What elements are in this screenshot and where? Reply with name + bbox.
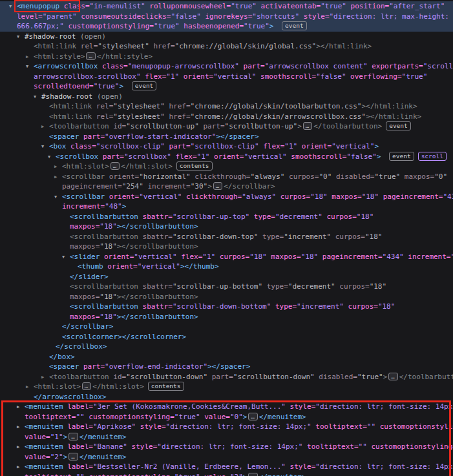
- expand-inline-ellipsis-badge[interactable]: …: [86, 52, 95, 60]
- markup-line[interactable]: ▼#shadow-root (open): [0, 92, 453, 102]
- expand-arrow-icon[interactable]: ▶: [41, 122, 49, 132]
- event-badge[interactable]: event: [386, 121, 411, 130]
- expand-arrow-icon[interactable]: ▶: [41, 373, 49, 383]
- markup-line[interactable]: </box>: [0, 352, 453, 362]
- attribute-value: "true": [174, 413, 200, 421]
- collapse-arrow-icon[interactable]: ▼: [54, 192, 62, 203]
- contents-badge[interactable]: contents: [148, 382, 184, 391]
- attribute-name: maxpos=: [70, 293, 100, 301]
- expand-inline-ellipsis-badge[interactable]: …: [248, 413, 257, 420]
- markup-line[interactable]: <scrollbarbutton sbattr="scrollbar-up-bo…: [0, 282, 453, 292]
- contents-badge[interactable]: contents: [176, 161, 213, 171]
- expand-arrow-icon[interactable]: ▶: [26, 382, 34, 393]
- collapse-arrow-icon[interactable]: ▼: [17, 32, 25, 43]
- markup-line[interactable]: ▼<arrowscrollbox class="menupopup-arrows…: [0, 61, 453, 72]
- expand-inline-ellipsis-badge[interactable]: …: [388, 373, 397, 380]
- attribute-name: value=: [200, 473, 230, 476]
- collapse-arrow-icon[interactable]: ▼: [62, 253, 70, 263]
- markup-line[interactable]: ▶<menuitem label="Banane" style="directi…: [0, 442, 453, 452]
- markup-line[interactable]: value="2">…</menuitem>: [0, 452, 453, 462]
- event-badge[interactable]: event: [132, 81, 157, 90]
- markup-line[interactable]: tooltiptext="" customoptionstyling="true…: [0, 412, 453, 422]
- event-badge[interactable]: event: [389, 152, 414, 161]
- markup-line[interactable]: <scrollbarbutton sbattr="scrollbar-down-…: [0, 302, 453, 312]
- markup-line[interactable]: increment="48">: [0, 202, 453, 212]
- expand-inline-ellipsis-badge[interactable]: …: [111, 162, 120, 170]
- markup-line[interactable]: <spacer part="overflow-start-indicator">…: [0, 132, 453, 142]
- markup-line[interactable]: ▼<scrollbox part="scrollbox" flex="1" or…: [0, 152, 453, 162]
- markup-line[interactable]: ▶<menuitem label="Bestseller-Nr2 (Vanill…: [0, 462, 453, 472]
- markup-line[interactable]: arrowscrollbox-scrollbox" flex="1" orien…: [0, 72, 453, 82]
- tag-text: <menupopup: [17, 2, 59, 10]
- markup-line[interactable]: <html:link rel="stylesheet" href="chrome…: [0, 101, 453, 112]
- expand-inline-ellipsis-badge[interactable]: …: [68, 433, 78, 440]
- markup-line[interactable]: </scrollbar>: [0, 322, 453, 332]
- markup-line[interactable]: ▶<menuitem label="3er Set (Kokosmakrone,…: [0, 402, 453, 412]
- expand-inline-ellipsis-badge[interactable]: …: [213, 182, 222, 190]
- markup-line[interactable]: ▼<box class="scrollbox-clip" part="scrol…: [0, 141, 453, 152]
- markup-line[interactable]: ▶<toolbarbutton id="scrollbutton-up" par…: [0, 121, 453, 132]
- markup-line[interactable]: maxpos="18"></scrollbarbutton>: [0, 242, 453, 252]
- markup-line[interactable]: ▶<html:slot>…</html:slot>contents: [0, 161, 453, 172]
- markup-line[interactable]: level="parent" consumeoutsideclicks="fal…: [0, 12, 453, 22]
- expand-inline-ellipsis-badge[interactable]: …: [303, 122, 312, 130]
- markup-line[interactable]: ▼#shadow-root (open): [0, 32, 453, 42]
- attribute-name: orient=: [100, 253, 134, 261]
- markup-line[interactable]: ▶<html:slot>…</html:slot>contents: [0, 382, 453, 392]
- markup-line[interactable]: <thumb orient="vertical"></thumb>: [0, 262, 453, 272]
- scroll-badge[interactable]: scroll: [418, 152, 447, 161]
- expand-inline-ellipsis-badge[interactable]: …: [248, 473, 257, 476]
- attribute-value: "true": [174, 473, 200, 476]
- expand-arrow-icon[interactable]: ▶: [17, 422, 25, 433]
- markup-line[interactable]: <scrollbarbutton sbattr="scrollbar-down-…: [0, 232, 453, 242]
- markup-line[interactable]: <scrollcorner></scrollcorner>: [0, 332, 453, 342]
- event-badge[interactable]: event: [282, 21, 307, 30]
- attribute-name: tooltiptext=: [302, 442, 358, 451]
- attribute-value: "direction: ltr; font-size: 14px;": [166, 422, 311, 431]
- markup-line[interactable]: maxpos="18"></scrollbarbutton>: [0, 312, 453, 322]
- markup-line[interactable]: <html:link rel="stylesheet" href="chrome…: [0, 41, 453, 52]
- markup-line[interactable]: scrolledtoend="true"> event: [0, 81, 453, 92]
- markup-line[interactable]: ▶<html:style>…</html:style>: [0, 52, 453, 62]
- collapse-arrow-icon[interactable]: ▼: [9, 2, 17, 12]
- collapse-arrow-icon[interactable]: ▼: [41, 142, 49, 152]
- markup-line[interactable]: ▶<menuitem label="Aprikose" style="direc…: [0, 422, 453, 432]
- expand-arrow-icon[interactable]: ▶: [26, 52, 34, 63]
- markup-line[interactable]: value="1">…</menuitem>: [0, 432, 453, 442]
- expand-inline-ellipsis-badge[interactable]: …: [82, 382, 91, 390]
- markup-line[interactable]: 666.667px;" customoptionstyling="true" h…: [0, 21, 453, 32]
- attribute-name: flex=: [171, 152, 197, 161]
- markup-line[interactable]: <html:link rel="stylesheet" href="chrome…: [0, 112, 453, 122]
- attribute-value: "1": [284, 142, 297, 150]
- markup-line[interactable]: ▼<scrollbar orient="vertical" clickthrou…: [0, 192, 453, 202]
- attribute-name: style=: [136, 422, 165, 431]
- markup-line[interactable]: <scrollbarbutton sbattr="scrollbar-up-to…: [0, 212, 453, 222]
- markup-line[interactable]: maxpos="18"></scrollbarbutton>: [0, 292, 453, 302]
- expand-arrow-icon[interactable]: ▶: [17, 442, 25, 453]
- attribute-value: "chrome://global/skin/arrowscrollbox.css…: [191, 112, 366, 121]
- attribute-name: tooltiptext=: [25, 473, 76, 476]
- markup-line[interactable]: maxpos="18"></scrollbarbutton>: [0, 222, 453, 232]
- expand-arrow-icon[interactable]: ▶: [17, 462, 25, 473]
- attribute-name: curpos=: [284, 172, 319, 181]
- expand-arrow-icon[interactable]: ▶: [54, 162, 62, 172]
- markup-line[interactable]: ▼<menupopup class="in-menulist" rollupon…: [0, 1, 453, 12]
- markup-line[interactable]: tooltiptext="" customoptionstyling="true…: [0, 472, 453, 476]
- expand-arrow-icon[interactable]: ▶: [54, 172, 62, 183]
- expand-inline-ellipsis-badge[interactable]: …: [68, 453, 78, 460]
- markup-line[interactable]: pageincrement="254" increment="30">…</sc…: [0, 181, 453, 192]
- attribute-name: curpos=: [335, 282, 370, 291]
- collapse-arrow-icon[interactable]: ▼: [26, 62, 34, 72]
- expand-arrow-icon[interactable]: ▶: [17, 402, 25, 413]
- collapse-arrow-icon[interactable]: ▼: [34, 92, 41, 103]
- markup-line[interactable]: ▶<scrollbar orient="horizontal" clickthr…: [0, 172, 453, 182]
- markup-line[interactable]: ▶<toolbarbutton id="scrollbutton-down" p…: [0, 372, 453, 382]
- collapse-arrow-icon[interactable]: ▼: [48, 152, 56, 163]
- attribute-name: rel=: [76, 42, 98, 50]
- markup-line[interactable]: ▼<slider orient="vertical" flex="1" curp…: [0, 252, 453, 262]
- markup-line[interactable]: </arrowscrollbox>: [0, 392, 453, 402]
- markup-line[interactable]: <spacer part="overflow-end-indicator"></…: [0, 362, 453, 372]
- markup-line[interactable]: </scrollbox>: [0, 342, 453, 352]
- markup-line[interactable]: </slider>: [0, 272, 453, 282]
- tag-text: <slider: [70, 253, 100, 261]
